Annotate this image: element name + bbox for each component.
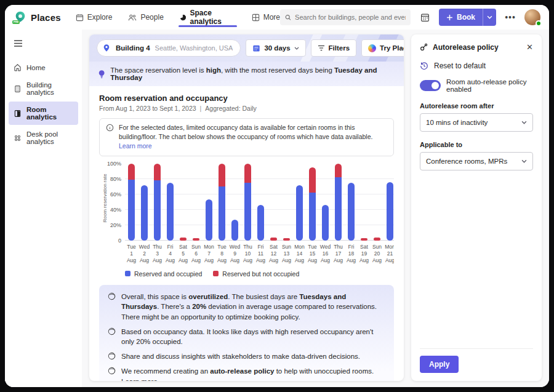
- building-selector[interactable]: Building 4 Seattle, Washington, USA: [97, 39, 241, 57]
- mini-calendar-icon[interactable]: [417, 9, 433, 25]
- reset-to-default-button[interactable]: Reset to default: [420, 62, 533, 70]
- bar-tue-15-aug: [306, 164, 319, 241]
- tab-people[interactable]: People: [128, 5, 163, 30]
- sidebar-item-room-analytics[interactable]: Room analytics: [9, 102, 78, 125]
- x-label: Tue1Aug: [125, 244, 138, 264]
- people-icon: [128, 14, 137, 22]
- bar-mon-7-aug: [203, 164, 215, 241]
- bar-thu-10-aug: [241, 164, 254, 241]
- x-label: Wed2Aug: [138, 244, 151, 264]
- pie-chart-icon: [180, 14, 187, 22]
- app-window: PRE Places Explore People Space analytic…: [5, 5, 549, 387]
- book-dropdown-button[interactable]: [483, 9, 496, 26]
- insights-panel: Overall, this space is overutilized. The…: [99, 285, 394, 381]
- x-label: Thu10Aug: [241, 244, 254, 264]
- insight-icon: [108, 367, 116, 375]
- y-axis-ticks: 020%40%60%80%100%: [106, 164, 125, 241]
- insight-icon: [108, 327, 116, 335]
- tab-explore[interactable]: Explore: [76, 5, 113, 30]
- calendar-blue-icon: [252, 44, 260, 52]
- sidebar-item-home[interactable]: Home: [9, 59, 78, 76]
- policy-toggle-row: Room auto-release policy enabled: [420, 78, 533, 93]
- right-panel-area: Autorelease policy ✕ Reset to default Ro…: [411, 30, 549, 387]
- bar-tue-8-aug: [215, 164, 228, 241]
- copilot-icon: [368, 44, 376, 52]
- card-toolbar: Building 4 Seattle, Washington, USA 30 d…: [89, 34, 404, 62]
- info-icon: [106, 124, 114, 132]
- bar-tue-1-aug: [125, 164, 138, 241]
- close-icon[interactable]: ✕: [526, 42, 533, 52]
- chart-title: Room reservation and occupancy: [99, 94, 394, 103]
- apply-button[interactable]: Apply: [420, 356, 459, 373]
- main-area: Building 4 Seattle, Washington, USA 30 d…: [82, 30, 411, 387]
- chart-legend: Reserved and occupied Reserved but not o…: [125, 270, 394, 278]
- app-title: Places: [31, 12, 61, 23]
- book-button[interactable]: Book: [439, 9, 483, 26]
- x-label: Fri18Aug: [345, 244, 358, 264]
- autorelease-icon: [420, 43, 428, 51]
- chevron-down-icon: [521, 159, 527, 163]
- hamburger-menu-icon[interactable]: [9, 34, 78, 58]
- policy-toggle[interactable]: [420, 80, 441, 91]
- insight-item: We recommend creating an auto-release po…: [108, 366, 385, 381]
- bar-mon-21-aug: [383, 164, 394, 241]
- panel-header: Autorelease policy ✕: [420, 42, 533, 52]
- user-avatar[interactable]: [524, 9, 540, 25]
- chart-subtitle: From Aug 1, 2023 to Sept 1, 2023|Aggrega…: [99, 105, 394, 112]
- x-axis-labels: Tue1AugWed2AugThu3AugFri4AugSat5AugSun6A…: [125, 244, 394, 264]
- learn-more-link[interactable]: Learn more: [119, 142, 152, 150]
- autorelease-policy-panel: Autorelease policy ✕ Reset to default Ro…: [411, 34, 542, 381]
- date-range-dropdown[interactable]: 30 days: [246, 39, 305, 57]
- bar-mon-14-aug: [293, 164, 306, 241]
- x-label: Mon7Aug: [203, 244, 215, 264]
- x-label: Fri11Aug: [254, 244, 267, 264]
- global-search[interactable]: [280, 9, 411, 25]
- insight-item: Share and discuss insights with stakehol…: [108, 351, 385, 362]
- legend-reserved-occupied: Reserved and occupied: [125, 270, 202, 278]
- x-label: Sun20Aug: [371, 244, 383, 264]
- bar-thu-17-aug: [332, 164, 345, 241]
- tab-more[interactable]: More: [252, 5, 280, 30]
- x-label: Sat12Aug: [267, 244, 280, 264]
- search-input[interactable]: [295, 14, 406, 21]
- x-label: Thu3Aug: [151, 244, 164, 264]
- x-label: Tue15Aug: [306, 244, 319, 264]
- bar-sat-5-aug: [177, 164, 190, 241]
- filters-button[interactable]: Filters: [311, 39, 357, 57]
- bar-sat-12-aug: [267, 164, 280, 241]
- analytics-card: Building 4 Seattle, Washington, USA 30 d…: [89, 34, 404, 381]
- x-label: Wed16Aug: [319, 244, 332, 264]
- lightbulb-icon: [98, 70, 105, 79]
- autorelease-after-dropdown[interactable]: 10 mins of inactivity: [420, 113, 533, 132]
- bar-wed-9-aug: [228, 164, 241, 241]
- building-icon: [14, 85, 22, 93]
- places-logo-icon: PRE: [14, 10, 27, 24]
- insight-item: Based on occupancy data. It looks like d…: [108, 327, 385, 347]
- building-location: Seattle, Washington, USA: [155, 44, 233, 52]
- bar-wed-16-aug: [319, 164, 332, 241]
- sidebar-item-building-analytics[interactable]: Building analytics: [9, 77, 78, 100]
- top-bar: PRE Places Explore People Space analytic…: [5, 5, 549, 30]
- bar-fri-18-aug: [345, 164, 358, 241]
- applicable-to-dropdown[interactable]: Conference rooms, MPRs: [420, 152, 533, 170]
- limited-data-notice: For the selected dates, limited occupanc…: [99, 118, 394, 156]
- x-label: Fri4Aug: [164, 244, 177, 264]
- try-places-copilot-button[interactable]: Try Places Copilot: [361, 39, 404, 57]
- bar-sun-13-aug: [280, 164, 293, 241]
- x-label: Wed9Aug: [228, 244, 241, 264]
- more-options-button[interactable]: •••: [502, 9, 518, 25]
- home-icon: [14, 63, 22, 71]
- applicable-to-label: Applicable to: [420, 141, 533, 148]
- filter-icon: [318, 45, 325, 51]
- building-name: Building 4: [116, 44, 150, 52]
- x-label: Mon14Aug: [293, 244, 306, 264]
- bar-thu-3-aug: [151, 164, 164, 241]
- legend-swatch-blue: [125, 271, 130, 276]
- tab-space-analytics[interactable]: Space analytics: [180, 5, 236, 30]
- sidebar-item-desk-pool-analytics[interactable]: Desk pool analytics: [9, 126, 78, 150]
- ellipsis-icon: •••: [505, 12, 516, 22]
- book-split-button: Book: [439, 9, 496, 26]
- plus-icon: [446, 14, 453, 21]
- x-label: Thu17Aug: [332, 244, 345, 264]
- room-icon: [14, 110, 22, 118]
